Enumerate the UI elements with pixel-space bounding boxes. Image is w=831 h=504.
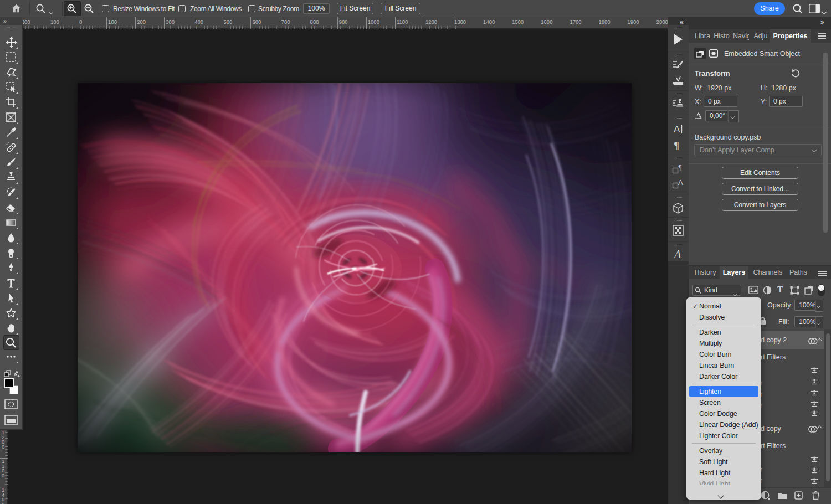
svg-text:A: A — [673, 248, 681, 260]
svg-text:A: A — [678, 178, 683, 187]
svg-text:¶: ¶ — [674, 140, 679, 151]
svg-text:A: A — [674, 124, 680, 135]
svg-text:¶: ¶ — [679, 163, 682, 171]
